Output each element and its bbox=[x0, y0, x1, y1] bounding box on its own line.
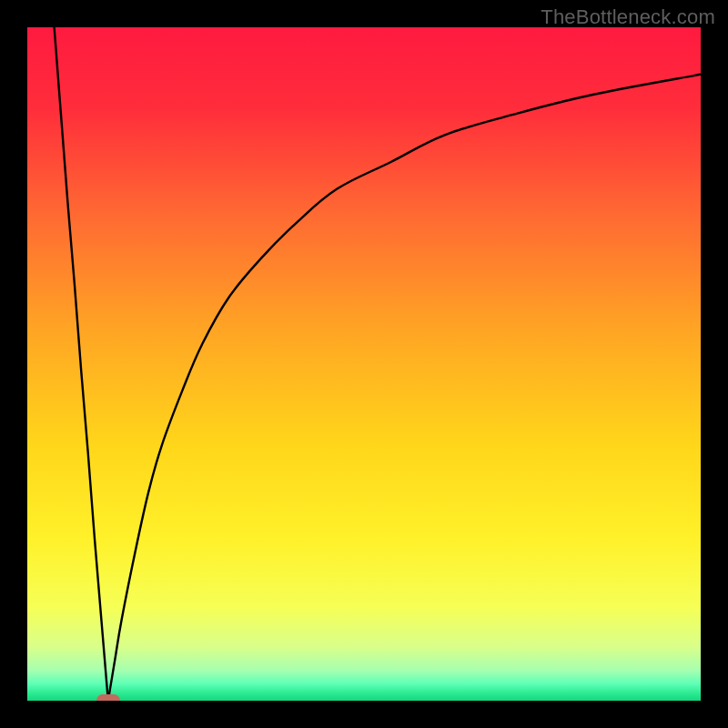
curve-left-branch bbox=[55, 27, 108, 701]
plot-area bbox=[27, 27, 701, 701]
curve-right-branch bbox=[108, 75, 701, 701]
bottleneck-curve bbox=[27, 27, 701, 701]
chart-frame: TheBottleneck.com bbox=[0, 0, 728, 728]
optimum-marker bbox=[96, 694, 120, 701]
watermark-text: TheBottleneck.com bbox=[541, 5, 715, 29]
